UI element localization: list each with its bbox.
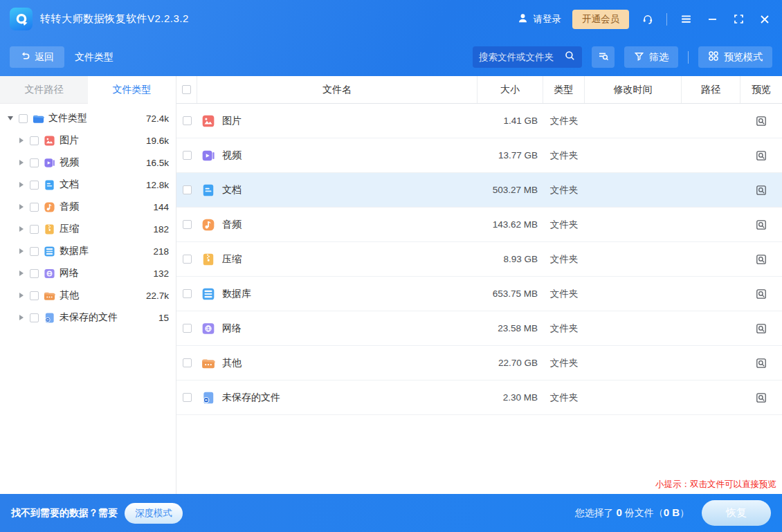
tab-file-path[interactable]: 文件路径 [0, 76, 88, 104]
preview-button[interactable] [754, 286, 769, 302]
col-filename[interactable]: 文件名 [197, 76, 478, 103]
preview-button[interactable] [754, 321, 769, 336]
tree-checkbox[interactable] [30, 181, 39, 190]
preview-magnifier-icon [755, 115, 767, 127]
collapse-arrow-icon[interactable] [17, 138, 26, 143]
table-row-audio[interactable]: 音频143.62 MB文件夹 [176, 208, 782, 242]
tree-item-zip[interactable]: 压缩182 [0, 218, 176, 240]
collapse-arrow-icon[interactable] [17, 293, 26, 298]
tree-checkbox[interactable] [30, 247, 39, 256]
row-name-cell: 未保存的文件 [197, 391, 478, 405]
audio-file-icon [44, 201, 55, 213]
preview-mode-button[interactable]: 预览模式 [698, 46, 772, 68]
tree-checkbox[interactable] [30, 313, 39, 322]
tree-item-video[interactable]: 视频16.5k [0, 152, 176, 174]
table-row-doc[interactable]: 文档503.27 MB文件夹 [176, 173, 782, 208]
row-type: 文件夹 [543, 219, 585, 231]
selection-count: 0 [616, 506, 621, 518]
table-header: 文件名 大小 类型 修改时间 路径 预览 [176, 76, 782, 104]
user-icon [517, 12, 529, 26]
collapse-arrow-icon[interactable] [17, 315, 26, 320]
preview-button[interactable] [754, 356, 769, 371]
tree-item-audio[interactable]: 音频144 [0, 196, 176, 218]
maximize-icon[interactable] [731, 12, 746, 27]
table-row-other[interactable]: 其他22.70 GB文件夹 [176, 346, 782, 380]
collapse-arrow-icon[interactable] [17, 204, 26, 210]
preview-button[interactable] [754, 217, 769, 232]
col-path[interactable]: 路径 [682, 76, 740, 103]
table-row-zip[interactable]: 压缩8.93 GB文件夹 [176, 242, 782, 277]
table-row-video[interactable]: 视频13.77 GB文件夹 [176, 138, 782, 173]
select-all-checkbox[interactable] [182, 85, 191, 94]
row-checkbox[interactable] [183, 151, 192, 160]
tree-checkbox[interactable] [30, 225, 39, 234]
tree-item-net[interactable]: 网络132 [0, 262, 176, 284]
row-checkbox[interactable] [183, 324, 192, 333]
row-name-cell: 视频 [197, 149, 478, 163]
row-checkbox[interactable] [183, 289, 192, 298]
row-checkbox[interactable] [183, 393, 192, 402]
table-body: 图片1.41 GB文件夹视频13.77 GB文件夹文档503.27 MB文件夹音… [176, 104, 782, 415]
app-logo-icon [10, 8, 33, 30]
collapse-arrow-icon[interactable] [17, 270, 26, 276]
search-input[interactable] [479, 52, 564, 62]
collapse-arrow-icon[interactable] [17, 160, 26, 165]
col-preview[interactable]: 预览 [740, 76, 782, 103]
tree-item-image[interactable]: 图片19.6k [0, 129, 176, 152]
tree-item-count: 15 [158, 313, 169, 323]
tree-item-other[interactable]: 其他22.7k [0, 284, 176, 306]
filter-button[interactable]: 筛选 [624, 46, 678, 68]
minimize-icon[interactable] [704, 12, 720, 27]
tree-checkbox[interactable] [30, 203, 39, 212]
collapse-arrow-icon[interactable] [17, 182, 26, 187]
preview-button[interactable] [754, 252, 769, 267]
row-checkbox[interactable] [183, 255, 192, 264]
table-row-db[interactable]: 数据库653.75 MB文件夹 [176, 277, 782, 311]
table-row-unsaved[interactable]: 未保存的文件2.30 MB文件夹 [176, 380, 782, 415]
back-button[interactable]: 返回 [10, 46, 64, 68]
close-icon[interactable] [757, 12, 772, 27]
col-size[interactable]: 大小 [478, 76, 543, 103]
tree-checkbox[interactable] [30, 291, 39, 300]
row-checkbox-cell [176, 116, 197, 125]
row-checkbox-cell [176, 289, 197, 298]
table-row-image[interactable]: 图片1.41 GB文件夹 [176, 104, 782, 138]
col-modified[interactable]: 修改时间 [585, 76, 682, 103]
tree-checkbox[interactable] [30, 158, 39, 167]
deep-mode-button[interactable]: 深度模式 [125, 503, 183, 524]
search-icon[interactable] [564, 50, 576, 64]
row-type: 文件夹 [543, 392, 585, 404]
row-name: 视频 [222, 149, 242, 162]
row-checkbox[interactable] [183, 358, 192, 367]
row-checkbox[interactable] [183, 116, 192, 125]
preview-button[interactable] [754, 113, 769, 129]
support-headset-icon[interactable] [640, 12, 655, 27]
row-checkbox[interactable] [183, 220, 192, 229]
collapse-arrow-icon[interactable] [17, 248, 26, 254]
tree-checkbox[interactable] [30, 269, 39, 278]
vip-button[interactable]: 开通会员 [572, 10, 629, 29]
preview-button[interactable] [754, 390, 769, 405]
menu-icon[interactable] [678, 12, 693, 27]
tree-item-doc[interactable]: 文档12.8k [0, 174, 176, 196]
preview-button[interactable] [754, 148, 769, 163]
db-file-icon [201, 287, 215, 301]
tree-checkbox[interactable] [30, 136, 39, 145]
tree-item-all[interactable]: 文件类型72.4k [0, 107, 176, 129]
preview-magnifier-icon [755, 357, 767, 369]
table-row-net[interactable]: 网络23.58 MB文件夹 [176, 311, 782, 346]
tree-checkbox[interactable] [19, 114, 28, 123]
collapse-arrow-icon[interactable] [17, 226, 26, 232]
row-checkbox[interactable] [183, 185, 192, 194]
row-name: 图片 [222, 115, 242, 127]
login-link[interactable]: 请登录 [517, 12, 562, 26]
recover-button[interactable]: 恢复 [702, 500, 771, 526]
preview-button[interactable] [754, 183, 769, 198]
col-type[interactable]: 类型 [543, 76, 585, 103]
tree-item-unsaved[interactable]: 未保存的文件15 [0, 306, 176, 329]
tab-file-type[interactable]: 文件类型 [88, 76, 176, 104]
expand-arrow-icon[interactable] [6, 116, 15, 120]
list-search-button[interactable] [592, 46, 615, 68]
preview-magnifier-icon [755, 253, 767, 266]
tree-item-db[interactable]: 数据库218 [0, 240, 176, 262]
